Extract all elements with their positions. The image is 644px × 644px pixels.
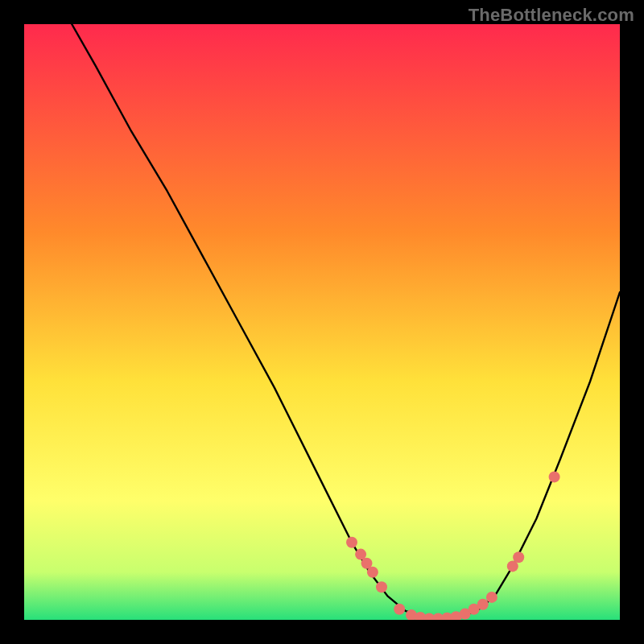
- marker-point: [346, 537, 357, 548]
- marker-point: [367, 567, 378, 578]
- marker-point: [513, 551, 524, 563]
- plot-area: [24, 24, 620, 620]
- marker-point: [477, 599, 489, 610]
- marker-point: [394, 604, 405, 615]
- marker-point: [376, 581, 387, 592]
- marker-point: [486, 592, 497, 603]
- plot-svg: [24, 24, 620, 620]
- chart-stage: TheBottleneck.com: [0, 0, 644, 644]
- watermark-text: TheBottleneck.com: [469, 5, 634, 26]
- marker-point: [549, 471, 560, 482]
